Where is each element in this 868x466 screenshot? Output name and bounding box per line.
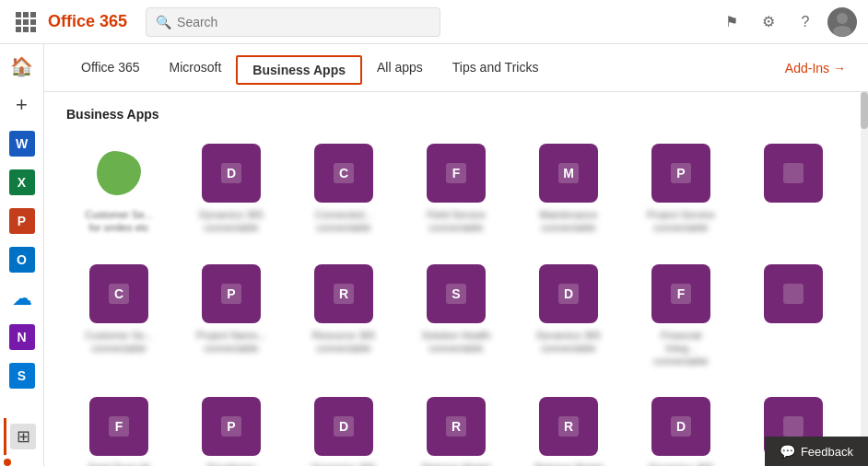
svg-text:R: R bbox=[339, 286, 348, 301]
svg-text:F: F bbox=[452, 166, 461, 181]
feedback-icon: 💬 bbox=[780, 444, 795, 459]
list-item[interactable]: D Dynamics 365collaborative bbox=[291, 390, 396, 466]
svg-rect-25 bbox=[783, 284, 803, 304]
search-bar[interactable]: 🔍 bbox=[146, 7, 440, 37]
list-item[interactable]: R Release Modelcollaborative bbox=[516, 390, 621, 466]
app-name-11: Solution Healthconnectable bbox=[422, 329, 491, 355]
list-item[interactable]: M Maintenanceconnectable bbox=[516, 136, 621, 242]
search-icon: 🔍 bbox=[156, 15, 171, 29]
tab-business-apps[interactable]: Business Apps bbox=[236, 55, 362, 85]
app-icon-14 bbox=[764, 264, 823, 323]
svg-text:D: D bbox=[676, 419, 686, 434]
app-name-5: Maintenanceconnectable bbox=[540, 208, 598, 235]
scrollbar-thumb[interactable] bbox=[861, 92, 868, 129]
app-icon-3: C bbox=[314, 144, 373, 203]
app-name-15: Field Team Mconnectable bbox=[88, 461, 149, 466]
flag-icon[interactable]: ⚑ bbox=[717, 7, 746, 37]
tab-tips-and-tricks[interactable]: Tips and Tricks bbox=[438, 44, 554, 92]
feedback-label: Feedback bbox=[801, 445, 853, 459]
list-item[interactable]: F Financial Integ...connectable bbox=[628, 257, 733, 376]
sidebar-item-home[interactable]: 🏠 bbox=[4, 48, 41, 85]
content: Office 365 Microsoft Business Apps All a… bbox=[44, 44, 868, 466]
list-item[interactable]: P Project Serviceconnectable bbox=[628, 136, 733, 242]
settings-icon[interactable]: ⚙ bbox=[754, 7, 783, 37]
sidebar-item-sharepoint[interactable]: S bbox=[4, 357, 41, 394]
app-icon-10: R bbox=[314, 264, 373, 323]
app-name-18: Release Modelcollaborative bbox=[422, 461, 489, 466]
sidebar-item-all-apps[interactable]: ⊞ bbox=[4, 418, 41, 455]
waffle-menu[interactable] bbox=[11, 7, 41, 37]
add-ins-link[interactable]: Add-Ins → bbox=[785, 61, 846, 76]
app-icon-2: D bbox=[202, 144, 261, 203]
list-item[interactable]: P Project Namo...connectable bbox=[179, 257, 284, 376]
list-item[interactable]: S Solution Healthconnectable bbox=[404, 257, 509, 376]
svg-text:D: D bbox=[564, 286, 573, 301]
svg-text:F: F bbox=[677, 286, 686, 301]
list-item[interactable] bbox=[741, 136, 846, 242]
app-icon-12: D bbox=[539, 264, 598, 323]
list-item[interactable]: F Field Team Mconnectable bbox=[66, 390, 171, 466]
app-icon-1 bbox=[89, 144, 148, 203]
sidebar-item-add[interactable]: + bbox=[4, 87, 41, 123]
feedback-button[interactable]: 💬 Feedback bbox=[765, 437, 868, 466]
avatar[interactable] bbox=[827, 7, 857, 37]
svg-text:C: C bbox=[339, 166, 348, 181]
svg-text:C: C bbox=[114, 286, 123, 301]
app-name-9: Project Namo...connectable bbox=[196, 329, 266, 355]
svg-point-1 bbox=[833, 26, 851, 37]
sidebar-item-outlook[interactable]: O bbox=[4, 241, 41, 278]
nav-tabs: Office 365 Microsoft Business Apps All a… bbox=[44, 44, 868, 92]
svg-point-0 bbox=[837, 13, 848, 24]
list-item[interactable]: D Dynamics 365connectable bbox=[516, 257, 621, 376]
scrollbar-track[interactable] bbox=[861, 92, 868, 466]
sidebar-item-onedrive[interactable]: ☁ bbox=[4, 280, 41, 317]
svg-text:R: R bbox=[564, 419, 573, 434]
list-item[interactable]: R Release Modelcollaborative bbox=[404, 390, 509, 466]
list-item[interactable]: C Customer Se...connectable bbox=[66, 257, 171, 376]
app-icon-18: R bbox=[427, 397, 486, 456]
svg-text:R: R bbox=[452, 419, 461, 434]
svg-text:P: P bbox=[676, 166, 685, 181]
app-icon-16: P bbox=[202, 397, 261, 456]
app-name-6: Project Serviceconnectable bbox=[647, 208, 715, 235]
svg-text:P: P bbox=[227, 419, 235, 434]
topbar-actions: ⚑ ⚙ ? bbox=[717, 7, 857, 37]
list-item[interactable]: C Connected...connectable bbox=[291, 136, 396, 242]
search-input[interactable] bbox=[177, 15, 430, 29]
app-name-1: Customer Se...for smiles etc bbox=[85, 208, 152, 235]
sidebar-item-excel[interactable]: X bbox=[4, 164, 41, 201]
app-icon-17: D bbox=[314, 397, 373, 456]
tab-office365[interactable]: Office 365 bbox=[66, 44, 155, 92]
help-icon[interactable]: ? bbox=[791, 7, 820, 37]
app-name-17: Dynamics 365collaborative bbox=[311, 461, 376, 466]
app-icon-7 bbox=[764, 144, 823, 203]
svg-text:S: S bbox=[452, 286, 460, 301]
app-name-10: Resource 365connectable bbox=[312, 329, 376, 355]
svg-text:M: M bbox=[563, 166, 574, 181]
app-icon-4: F bbox=[427, 144, 486, 203]
list-item[interactable]: D Dynamics 365collaborative bbox=[628, 390, 733, 466]
list-item[interactable]: P Pricefactorconnectable bbox=[179, 390, 284, 466]
list-item[interactable]: Customer Se...for smiles etc bbox=[66, 136, 171, 242]
app-icon-5: M bbox=[539, 144, 598, 203]
list-item[interactable]: D Dynamics 365connectable bbox=[179, 136, 284, 242]
tab-all-apps[interactable]: All apps bbox=[362, 44, 438, 92]
sidebar-item-word[interactable]: W bbox=[4, 125, 41, 162]
app-name-20: Dynamics 365collaborative bbox=[649, 461, 713, 466]
svg-text:D: D bbox=[339, 419, 348, 434]
tab-microsoft[interactable]: Microsoft bbox=[155, 44, 237, 92]
svg-rect-38 bbox=[783, 416, 803, 437]
list-item[interactable]: R Resource 365connectable bbox=[291, 257, 396, 376]
app-name-19: Release Modelcollaborative bbox=[534, 461, 602, 466]
sidebar-item-powerpoint[interactable]: P bbox=[4, 203, 41, 239]
app-title: Office 365 bbox=[48, 12, 127, 31]
app-icon-13: F bbox=[651, 264, 710, 323]
topbar: Office 365 🔍 ⚑ ⚙ ? bbox=[0, 0, 868, 44]
svg-rect-12 bbox=[783, 163, 803, 183]
app-icon-11: S bbox=[427, 264, 486, 323]
list-item[interactable] bbox=[741, 257, 846, 376]
main-layout: 🏠 + W X P O ☁ N S ⊞ bbox=[0, 44, 868, 466]
sidebar-item-onenote[interactable]: N bbox=[4, 319, 41, 355]
list-item[interactable]: F Field Serviceconnectable bbox=[404, 136, 509, 242]
app-name-3: Connected...connectable bbox=[315, 208, 372, 235]
